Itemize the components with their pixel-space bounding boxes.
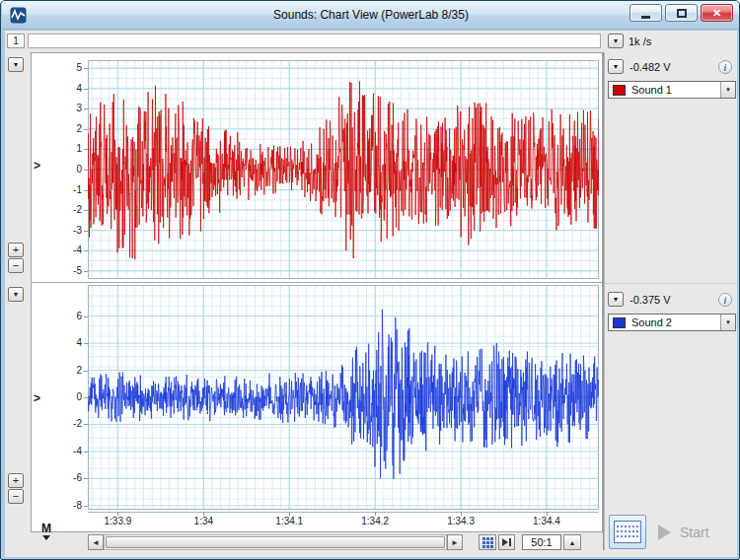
chevron-down-icon: ▼ — [613, 37, 620, 44]
start-label: Start — [680, 525, 709, 540]
rate-dropdown-button[interactable]: ▼ — [608, 34, 624, 48]
info-glyph: i — [724, 62, 727, 73]
scroll-right-icon: ► — [451, 538, 459, 547]
x-axis-line — [88, 512, 599, 513]
scope-view-button[interactable] — [609, 515, 646, 549]
start-button[interactable]: Start — [652, 518, 715, 547]
channel-2-info-icon[interactable]: i — [718, 293, 732, 307]
channel-2-zoom-in-button[interactable]: + — [8, 473, 24, 488]
channel-2-selector[interactable]: Sound 2 ▼ — [608, 314, 736, 331]
channel-2-split-handle[interactable]: > — [34, 391, 40, 405]
plus-icon: + — [13, 475, 19, 486]
panel-separator — [605, 283, 737, 284]
go-to-end-icon — [502, 538, 508, 546]
go-to-end-button[interactable] — [498, 534, 515, 550]
scrollbar-thumb[interactable] — [106, 536, 445, 548]
scroll-left-icon: ◄ — [92, 538, 100, 547]
channel-1-scale-button[interactable]: ▼ — [608, 59, 624, 74]
marker-label: M — [41, 523, 51, 534]
channel-1-value: -0.482 V — [629, 61, 671, 73]
channel-2-color-swatch — [613, 317, 626, 328]
chevron-down-icon: ▼ — [720, 315, 735, 330]
channel-1-popup-button[interactable]: ▼ — [8, 57, 24, 72]
scope-view-icon — [614, 521, 641, 543]
app-window: Sounds: Chart View (PowerLab 8/35) ✕ 1 ▼… — [0, 0, 740, 560]
marker-arrow-icon — [42, 535, 50, 540]
close-icon: ✕ — [712, 8, 721, 19]
chevron-down-icon: ▼ — [720, 82, 735, 98]
go-to-end-icon — [509, 538, 511, 546]
maximize-button[interactable] — [665, 4, 698, 22]
minimize-button[interactable] — [629, 4, 662, 22]
channel-2-zoom-out-button[interactable]: − — [8, 489, 24, 504]
chevron-down-icon: ▼ — [13, 61, 20, 68]
start-play-icon — [658, 525, 671, 540]
channel-1-color-swatch — [613, 85, 626, 96]
channel-1-split-handle[interactable]: > — [34, 159, 40, 173]
scroll-left-button[interactable]: ◄ — [88, 534, 104, 550]
channel-1-name: Sound 1 — [631, 84, 720, 96]
channel-2-value: -0.375 V — [629, 294, 671, 306]
panel-divider[interactable] — [603, 52, 605, 550]
channel-2-name: Sound 2 — [631, 316, 720, 328]
channel-1-zoom-in-button[interactable]: + — [8, 243, 24, 257]
info-glyph: i — [724, 295, 727, 306]
channel-2-popup-button[interactable]: ▼ — [8, 287, 24, 302]
channel-splitter[interactable] — [31, 282, 603, 283]
data-pad-button[interactable] — [479, 534, 496, 550]
compression-up-button[interactable]: ▲ — [563, 534, 581, 550]
titlebar[interactable]: Sounds: Chart View (PowerLab 8/35) ✕ — [2, 1, 740, 30]
scroll-right-button[interactable]: ► — [447, 534, 463, 550]
scrollbar-track[interactable] — [104, 534, 447, 550]
chevron-down-icon: ▼ — [13, 291, 20, 298]
waveform-sound-2 — [88, 310, 599, 479]
channel-1-zoom-out-button[interactable]: − — [8, 258, 24, 273]
minus-icon: − — [13, 260, 19, 271]
rate-label: 1k /s — [629, 35, 651, 47]
comment-bar[interactable] — [28, 34, 601, 48]
maximize-icon — [677, 9, 687, 18]
data-pad-icon — [482, 537, 493, 548]
up-arrow-icon: ▲ — [569, 539, 576, 546]
waveform-sound-1 — [88, 82, 599, 260]
channel-1-info-icon[interactable]: i — [718, 60, 732, 74]
block-tab[interactable]: 1 — [7, 34, 25, 48]
close-button[interactable]: ✕ — [701, 4, 733, 22]
channel-1-plot[interactable] — [88, 60, 599, 279]
minimize-icon — [641, 16, 650, 19]
marker-tool[interactable]: M — [38, 523, 54, 540]
chevron-down-icon: ▼ — [613, 296, 620, 303]
minus-icon: − — [13, 491, 19, 502]
channel-2-scale-button[interactable]: ▼ — [608, 292, 624, 307]
plus-icon: + — [13, 245, 19, 255]
channel-1-selector[interactable]: Sound 1 ▼ — [608, 81, 736, 99]
channel-2-plot[interactable] — [88, 285, 599, 510]
compression-ratio: 50:1 — [522, 534, 561, 550]
chevron-down-icon: ▼ — [613, 63, 620, 70]
